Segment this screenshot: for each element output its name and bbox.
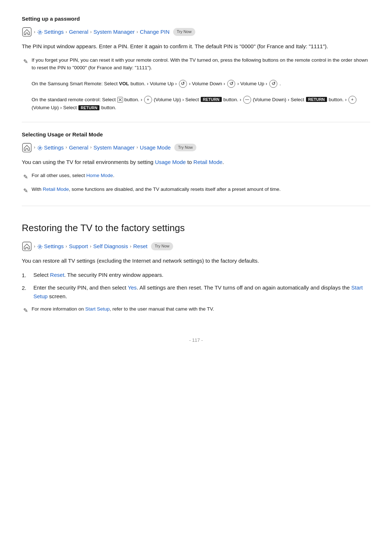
circle-icon-2: ↺ <box>227 80 235 88</box>
return-badge-2: RETURN <box>306 97 327 102</box>
svg-point-8 <box>39 246 41 248</box>
minus-icon: — <box>243 96 251 104</box>
return-badge-3: RETURN <box>78 105 99 110</box>
usage-body: You can using the TV for retail environm… <box>22 158 370 167</box>
vol-up-2-label: › Volume Up › <box>237 81 268 86</box>
note-retail-text: With Retail Mode, some functions are dis… <box>32 185 281 193</box>
reset-step-2: 2. Enter the security PIN, and then sele… <box>22 283 370 301</box>
chevron-icon: › <box>90 243 91 250</box>
yes-link: Yes <box>128 284 136 291</box>
section-divider-1 <box>22 122 370 122</box>
breadcrumb-general-2: General <box>69 143 88 152</box>
breadcrumb-settings-3: Settings <box>37 242 64 251</box>
home-icon-3 <box>22 241 32 251</box>
pencil-icon-3: ✎ <box>23 186 28 196</box>
plus-icon-2: + <box>348 96 356 104</box>
section-factory-reset: Restoring the TV to the factory settings… <box>22 221 370 315</box>
note-start-setup: ✎ For more information on Start Setup, r… <box>22 305 370 315</box>
try-now-badge-3[interactable]: Try Now <box>151 242 173 250</box>
note-home-text: For all other uses, select Home Mode. <box>32 172 114 180</box>
samsung-remote-label: On the Samsung Smart Remote: Select VOL … <box>32 81 177 86</box>
chevron-icon: › <box>66 28 67 36</box>
note-pin-text: If you forget your PIN, you can reset it… <box>32 56 370 112</box>
breadcrumb-system-manager-2: System Manager <box>94 143 135 152</box>
breadcrumb-support: Support <box>69 242 88 251</box>
svg-rect-5 <box>23 143 31 152</box>
circle-icon-3: ↺ <box>269 80 277 88</box>
breadcrumb-self-diagnosis: Self Diagnosis <box>93 242 128 251</box>
chevron-icon: › <box>90 144 91 151</box>
home-icon <box>22 27 32 37</box>
step-1-text: Select Reset. The security PIN entry win… <box>33 271 163 279</box>
breadcrumb-reset: › Settings › Support › Self Diagnosis › … <box>22 241 370 251</box>
breadcrumb-password: › Settings › General › System Manager › … <box>22 27 370 37</box>
breadcrumb-settings-2: Settings <box>37 143 64 152</box>
chevron-icon: › <box>136 28 138 36</box>
pencil-icon-4: ✎ <box>23 306 28 315</box>
breadcrumb-reset: Reset <box>133 242 147 251</box>
vol-label: VOL <box>119 81 129 86</box>
breadcrumb-settings: Settings <box>37 28 64 36</box>
chevron-icon: › <box>34 144 35 151</box>
step-number-1: 1. <box>22 271 30 280</box>
note-pin-intro: If you forget your PIN, you can reset it… <box>32 57 368 71</box>
section-usage-mode: Selecting Usage or Retail Mode › Setting… <box>22 130 370 196</box>
section-title-password: Setting up a password <box>22 15 370 23</box>
vol-down-label: › Volume Down › <box>189 81 225 86</box>
chevron-icon: › <box>66 144 67 151</box>
section-divider-2 <box>22 206 370 206</box>
breadcrumb-system-manager: System Manager <box>94 28 135 36</box>
chevron-icon: › <box>66 243 67 250</box>
return-badge-1: RETURN <box>201 97 222 102</box>
breadcrumb-usage: › Settings › General › System Manager › … <box>22 143 370 153</box>
svg-point-6 <box>39 147 41 149</box>
breadcrumb-general: General <box>69 28 88 36</box>
breadcrumb-usage-mode: Usage Mode <box>140 143 171 152</box>
reset-steps: 1. Select Reset. The security PIN entry … <box>22 271 370 301</box>
pencil-icon: ✎ <box>23 57 28 66</box>
retail-mode-link: Retail Mode <box>193 159 222 165</box>
svg-rect-0 <box>23 28 31 36</box>
home-icon-2 <box>22 143 32 153</box>
note-pin-reset: ✎ If you forget your PIN, you can reset … <box>22 56 370 112</box>
period: . <box>279 81 281 86</box>
reset-link-1: Reset <box>50 272 64 278</box>
note-retail-mode: ✎ With Retail Mode, some functions are d… <box>22 185 370 196</box>
circle-icon-1: ↺ <box>179 80 187 88</box>
chevron-icon: › <box>34 243 35 250</box>
svg-point-1 <box>39 32 41 33</box>
section-title-factory: Restoring the TV to the factory settings <box>22 221 370 236</box>
note-home-mode: ✎ For all other uses, select Home Mode. <box>22 172 370 182</box>
password-body: The PIN input window appears. Enter a PI… <box>22 42 370 51</box>
page-footer: - 117 - <box>22 337 370 344</box>
svg-rect-7 <box>23 242 31 251</box>
breadcrumb-change-pin: Change PIN <box>140 28 170 36</box>
chevron-icon: › <box>34 28 35 36</box>
home-mode-link: Home Mode <box>86 173 113 178</box>
factory-body: You can restore all TV settings (excludi… <box>22 257 370 266</box>
section-title-usage: Selecting Usage or Retail Mode <box>22 130 370 139</box>
chevron-icon: › <box>136 144 138 151</box>
pencil-icon-2: ✎ <box>23 172 28 182</box>
chevron-icon: › <box>130 243 131 250</box>
try-now-badge-2[interactable]: Try Now <box>174 144 196 152</box>
reset-step-1: 1. Select Reset. The security PIN entry … <box>22 271 370 280</box>
step-2-text: Enter the security PIN, and then select … <box>33 283 370 301</box>
plus-icon: + <box>144 96 152 104</box>
retail-mode-link-2: Retail Mode <box>43 186 69 192</box>
section-password: Setting up a password › Settings › Gener… <box>22 15 370 112</box>
usage-mode-link: Usage Mode <box>155 159 186 165</box>
note-start-setup-text: For more information on Start Setup, ref… <box>32 305 214 313</box>
mute-icon <box>117 97 123 103</box>
chevron-icon: › <box>90 28 91 36</box>
step-number-2: 2. <box>22 283 30 292</box>
standard-remote-label: On the standard remote control: Select <box>32 97 117 102</box>
try-now-badge[interactable]: Try Now <box>173 28 195 36</box>
